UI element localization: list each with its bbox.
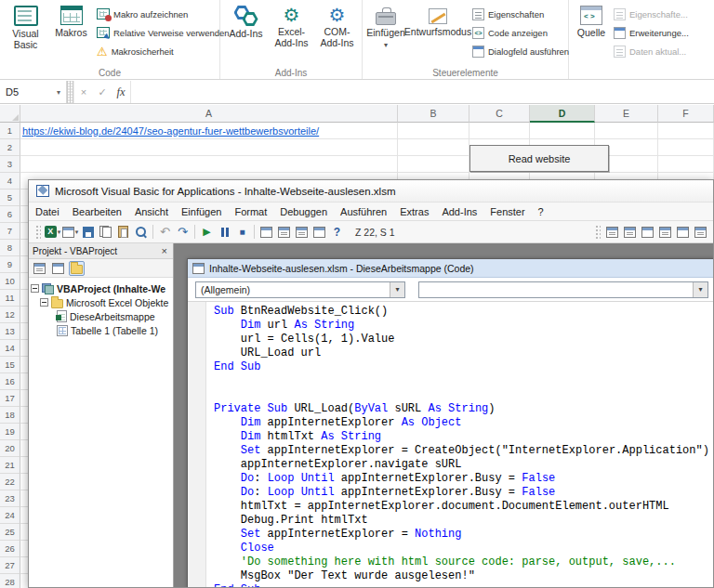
row-header[interactable]: 16: [0, 373, 20, 390]
object-dropdown[interactable]: (Allgemein) ▾: [195, 281, 405, 298]
erweiterungen-button[interactable]: Erweiterunge...: [611, 23, 692, 42]
view-code-button[interactable]: [32, 261, 47, 276]
toolbar-grip[interactable]: [35, 225, 41, 239]
row-header[interactable]: 19: [0, 424, 20, 440]
quelle-button[interactable]: Quelle: [572, 2, 611, 61]
enter-icon[interactable]: ✓: [93, 81, 112, 103]
row-header[interactable]: 27: [0, 557, 20, 574]
formula-input[interactable]: [130, 81, 714, 103]
tree-root-vbaproject[interactable]: VBAProject (Inhalte-We: [31, 281, 171, 295]
vba-title-bar[interactable]: Microsoft Visual Basic for Applications …: [29, 180, 713, 203]
visual-basic-button[interactable]: Visual Basic: [3, 2, 48, 61]
cell-a1-link[interactable]: https://ekiwi-blog.de/24047/seo-agentur-…: [20, 125, 319, 137]
outdent-button[interactable]: [621, 224, 639, 241]
cell[interactable]: [530, 123, 595, 139]
cell[interactable]: [398, 123, 469, 139]
menu-ausfuehren[interactable]: Ausführen: [334, 206, 393, 217]
menu-hilfe[interactable]: ?: [532, 206, 550, 217]
insert-userform-button[interactable]: ▾: [61, 224, 79, 241]
menu-ansicht[interactable]: Ansicht: [128, 206, 175, 217]
menu-datei[interactable]: Datei: [29, 206, 66, 217]
collapse-icon[interactable]: [31, 284, 39, 293]
column-header-a[interactable]: A: [20, 105, 398, 123]
cell[interactable]: [658, 156, 714, 173]
menu-debuggen[interactable]: Debuggen: [273, 206, 334, 217]
row-header[interactable]: 8: [0, 240, 20, 256]
eigenschaften-button[interactable]: Eigenschaften: [469, 5, 572, 23]
add-ins-button[interactable]: Add-Ins: [223, 2, 269, 61]
column-header-d[interactable]: D: [530, 105, 595, 123]
name-box[interactable]: D5 ▾: [0, 81, 67, 103]
cell[interactable]: [20, 139, 398, 156]
row-header[interactable]: 11: [0, 290, 20, 307]
xml-eigenschaften-button[interactable]: Eigenschafte...: [611, 5, 692, 23]
row-header[interactable]: 6: [0, 206, 20, 223]
code-window-title-bar[interactable]: Inhalte-Webseite-auslesen.xlsm - DieseAr…: [188, 259, 713, 278]
row-header[interactable]: 23: [0, 490, 20, 507]
insert-function-icon[interactable]: fx: [112, 81, 130, 103]
row-header[interactable]: 28: [0, 574, 20, 588]
tree-item-diesearbeitsmappe[interactable]: DieseArbeitsmappe: [31, 309, 171, 323]
makrosicherheit-button[interactable]: ⚠ Makrosicherheit: [94, 42, 232, 60]
procedure-dropdown[interactable]: ▾: [418, 281, 708, 298]
view-object-button[interactable]: [50, 261, 66, 276]
relative-verweise-button[interactable]: Relative Verweise verwenden: [94, 23, 232, 42]
menu-add-ins[interactable]: Add-Ins: [435, 206, 483, 217]
close-icon[interactable]: ×: [160, 246, 169, 256]
row-header[interactable]: 14: [0, 340, 20, 357]
row-header[interactable]: 5: [0, 189, 20, 206]
bookmark-button[interactable]: [674, 224, 692, 241]
code-lines[interactable]: Sub BtnReadWebsite_Click() Dim url As St…: [206, 302, 713, 587]
indent-button[interactable]: [603, 224, 621, 241]
break-button[interactable]: [216, 224, 233, 241]
redo-button[interactable]: ↷: [174, 224, 192, 241]
list-properties-button[interactable]: [692, 224, 709, 241]
row-header[interactable]: 4: [0, 173, 20, 189]
entwurfsmodus-button[interactable]: Entwurfsmodus: [406, 2, 469, 61]
cell[interactable]: [658, 139, 714, 156]
formula-bar-grip[interactable]: [67, 81, 74, 103]
daten-aktualisieren-button[interactable]: Daten aktual...: [611, 42, 692, 60]
read-website-button[interactable]: Read website: [469, 145, 609, 172]
row-header[interactable]: 10: [0, 273, 20, 290]
menu-format[interactable]: Format: [228, 206, 273, 217]
cell[interactable]: [469, 123, 530, 139]
makro-aufzeichnen-button[interactable]: Makro aufzeichnen: [94, 5, 232, 23]
menu-bearbeiten[interactable]: Bearbeiten: [66, 206, 128, 217]
cancel-icon[interactable]: ×: [74, 81, 93, 103]
code-anzeigen-button[interactable]: Code anzeigen: [469, 23, 572, 42]
reset-button[interactable]: ■: [233, 224, 251, 241]
row-header[interactable]: 20: [0, 440, 20, 457]
row-header[interactable]: 3: [0, 156, 20, 173]
copy-button[interactable]: [97, 224, 114, 241]
row-header[interactable]: 26: [0, 541, 20, 557]
row-header[interactable]: 13: [0, 323, 20, 340]
tree-item-tabelle1[interactable]: Tabelle 1 (Tabelle 1): [31, 323, 171, 337]
view-excel-button[interactable]: ▾: [44, 224, 61, 241]
code-margin-bar[interactable]: [188, 302, 206, 587]
row-header[interactable]: 1: [0, 123, 20, 139]
properties-window-button[interactable]: [293, 224, 311, 241]
einfuegen-button[interactable]: Einfügen ▾: [365, 2, 406, 61]
paste-button[interactable]: [114, 224, 132, 241]
dialogfeld-button[interactable]: Dialogfeld ausführen: [469, 42, 572, 60]
row-header[interactable]: 12: [0, 307, 20, 323]
row-header[interactable]: 7: [0, 223, 20, 240]
comment-block-button[interactable]: [656, 224, 674, 241]
column-header-f[interactable]: F: [658, 105, 714, 123]
cell[interactable]: [658, 123, 714, 139]
row-header[interactable]: 18: [0, 407, 20, 424]
cell[interactable]: [20, 156, 398, 173]
design-mode-button[interactable]: [258, 224, 275, 241]
row-header[interactable]: 22: [0, 474, 20, 490]
cell[interactable]: [398, 139, 469, 156]
row-header[interactable]: 17: [0, 390, 20, 407]
project-panel-title-bar[interactable]: Projekt - VBAProject ×: [29, 243, 173, 259]
cell[interactable]: [398, 156, 469, 173]
toggle-folders-button[interactable]: [69, 261, 85, 276]
column-header-e[interactable]: E: [595, 105, 658, 123]
menu-extras[interactable]: Extras: [393, 206, 435, 217]
row-header[interactable]: 15: [0, 357, 20, 373]
help-button[interactable]: ?: [328, 224, 346, 241]
column-header-b[interactable]: B: [398, 105, 469, 123]
